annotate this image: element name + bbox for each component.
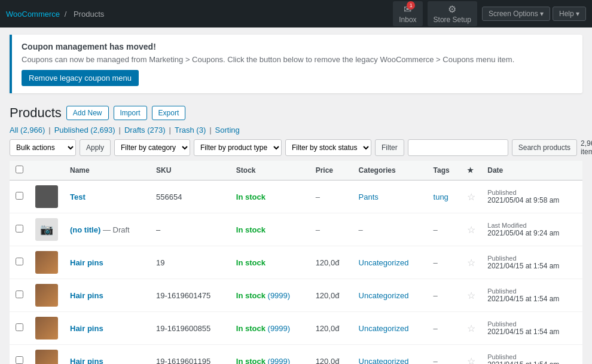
product-name-link[interactable]: Hair pins	[70, 258, 103, 267]
featured-star[interactable]: ☆	[467, 192, 475, 202]
filter-sorting-link[interactable]: Sorting	[215, 126, 240, 134]
product-sku: –	[150, 213, 230, 246]
search-input[interactable]	[408, 139, 508, 156]
featured-star[interactable]: ☆	[467, 356, 475, 365]
featured-star[interactable]: ☆	[467, 290, 475, 301]
stock-status: In stock	[236, 324, 266, 333]
draft-label: — Draft	[103, 225, 130, 234]
filter-drafts-link[interactable]: Drafts (273)	[124, 126, 166, 134]
stock-status: In stock	[236, 291, 266, 300]
product-date: Published2021/04/15 at 1:54 am	[481, 345, 582, 365]
filter-button[interactable]: Filter	[375, 139, 404, 156]
date-value: 2021/05/04 at 9:24 am	[487, 229, 576, 237]
apply-button[interactable]: Apply	[80, 139, 111, 156]
row-checkbox[interactable]	[16, 192, 23, 200]
product-sku: 19-1619601475	[150, 279, 230, 312]
tags-header: Tags	[428, 161, 462, 181]
breadcrumb-current: Products	[74, 10, 104, 19]
product-date: Published2021/04/15 at 1:54 am	[481, 246, 582, 279]
product-price: 120,0đ	[310, 312, 353, 345]
product-tag: –	[434, 258, 438, 267]
import-button[interactable]: Import	[114, 106, 147, 120]
product-thumbnail	[35, 284, 58, 307]
remove-legacy-coupon-button[interactable]: Remove legacy coupon menu	[22, 70, 139, 86]
filter-type-select[interactable]: Filter by product type Simple product Gr…	[194, 139, 282, 156]
row-checkbox[interactable]	[16, 323, 23, 331]
price-header: Price	[310, 161, 353, 181]
add-new-button[interactable]: Add New	[66, 106, 109, 120]
row-checkbox[interactable]	[16, 225, 23, 233]
product-tag: –	[434, 291, 438, 300]
search-and-pagination: Search products 2,966 items « ‹ of 149 ›…	[408, 139, 592, 156]
row-checkbox[interactable]	[16, 290, 23, 298]
pagination: 2,966 items « ‹ of 149 › »	[581, 139, 592, 156]
featured-star[interactable]: ☆	[467, 225, 475, 235]
stock-status: In stock	[236, 192, 266, 201]
thumb-header	[29, 161, 64, 181]
row-checkbox[interactable]	[16, 258, 23, 265]
bulk-actions-select[interactable]: Bulk actions Edit Move to Trash	[10, 139, 76, 156]
date-label: Published	[487, 320, 576, 328]
product-category-link[interactable]: Uncategorized	[359, 258, 409, 267]
date-value: 2021/05/04 at 9:58 am	[487, 196, 576, 204]
notice-text: Coupons can now be managed from Marketin…	[22, 55, 573, 64]
date-value: 2021/04/15 at 1:54 am	[487, 262, 576, 270]
product-date: Published2021/04/15 at 1:54 am	[481, 279, 582, 312]
product-name-link[interactable]: Hair pins	[70, 291, 103, 300]
product-price: 120,0đ	[310, 279, 353, 312]
main-content: Products Add New Import Export All (2,96…	[0, 100, 592, 364]
product-name-link[interactable]: Test	[70, 192, 86, 201]
product-name-link[interactable]: (no title)	[70, 225, 100, 234]
filter-category-select[interactable]: Filter by category	[114, 139, 190, 156]
product-price: 120,0đ	[310, 246, 353, 279]
filter-stock-select[interactable]: Filter by stock status In stock Out of s…	[285, 139, 371, 156]
product-category-link[interactable]: Uncategorized	[359, 291, 409, 300]
date-value: 2021/04/15 at 1:54 am	[487, 360, 576, 364]
product-category-link[interactable]: Uncategorized	[359, 324, 409, 333]
search-products-button[interactable]: Search products	[512, 139, 577, 156]
store-setup-button[interactable]: ⚙ Store Setup	[428, 1, 477, 26]
product-price: –	[310, 213, 353, 246]
screen-options-button[interactable]: Screen Options ▾	[482, 7, 550, 21]
stock-qty: (9999)	[268, 357, 291, 365]
table-row: Hair pins19-1619601195In stock (9999)120…	[10, 345, 582, 365]
stock-status: In stock	[236, 225, 266, 234]
total-items: 2,966 items	[581, 139, 592, 156]
product-sku: 19-1619601195	[150, 345, 230, 365]
inbox-button[interactable]: ✉ 1 Inbox	[393, 1, 422, 26]
product-sku: 556654	[150, 181, 230, 213]
controls-row: Bulk actions Edit Move to Trash Apply Fi…	[10, 139, 582, 156]
product-category-link[interactable]: Pants	[359, 192, 379, 201]
stock-header: Stock	[230, 161, 310, 181]
table-row: 📷(no title) — Draft–In stock–––☆Last Mod…	[10, 213, 582, 246]
product-name-link[interactable]: Hair pins	[70, 357, 103, 365]
woocommerce-link[interactable]: WooCommerce	[6, 10, 60, 19]
filter-trash-link[interactable]: Trash (3)	[175, 126, 206, 134]
product-category-link[interactable]: Uncategorized	[359, 357, 409, 365]
product-thumbnail	[35, 251, 58, 274]
table-header-row: Name SKU Stock Price Categories Tags ★ D…	[10, 161, 582, 181]
breadcrumb-sep: /	[65, 10, 67, 19]
product-sku: 19	[150, 246, 230, 279]
product-name-link[interactable]: Hair pins	[70, 324, 103, 333]
filter-all-link[interactable]: All (2,966)	[10, 126, 45, 134]
product-sku: 19-1619600855	[150, 312, 230, 345]
stock-status: In stock	[236, 258, 266, 267]
product-tag-link[interactable]: tung	[434, 192, 448, 201]
select-all-checkbox[interactable]	[16, 166, 23, 173]
product-category: –	[359, 225, 363, 234]
products-table: Name SKU Stock Price Categories Tags ★ D…	[10, 161, 582, 364]
product-tag: –	[434, 324, 438, 333]
featured-header: ★	[461, 161, 481, 181]
row-checkbox[interactable]	[16, 356, 23, 364]
notice-title: Coupon management has moved!	[22, 42, 573, 51]
table-row: Test556654In stock–Pantstung☆Published20…	[10, 181, 582, 213]
help-button[interactable]: Help ▾	[553, 7, 586, 21]
categories-header: Categories	[353, 161, 428, 181]
table-row: Hair pins19-1619600855In stock (9999)120…	[10, 312, 582, 345]
export-button[interactable]: Export	[152, 106, 186, 120]
featured-star[interactable]: ☆	[467, 258, 475, 268]
table-row: Hair pins19In stock120,0đUncategorized–☆…	[10, 246, 582, 279]
featured-star[interactable]: ☆	[467, 323, 475, 334]
filter-published-link[interactable]: Published (2,693)	[54, 126, 115, 134]
